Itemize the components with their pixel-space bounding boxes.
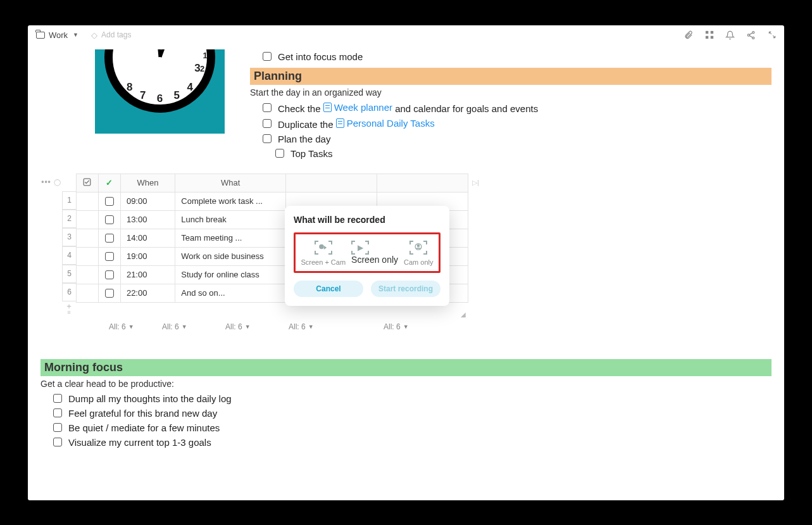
menu-dots-icon[interactable]: ••• [41,174,52,319]
checkbox[interactable] [105,270,114,279]
morning-subtitle: Get a clear head to be productive: [41,379,771,389]
col-header-when[interactable]: When [120,174,175,192]
page-icon [323,103,332,112]
cell-what[interactable]: Complete work task ... [175,192,286,210]
cell-when[interactable]: 22:00 [120,284,175,302]
breadcrumb[interactable]: Work [49,30,68,40]
cell-when[interactable]: 13:00 [120,210,175,229]
col-header-done[interactable]: ✓ [98,174,120,192]
page-link-personal-daily-tasks[interactable]: Personal Daily Tasks [336,118,435,129]
resize-handle-icon[interactable]: ◢ [461,311,467,317]
checkbox[interactable] [263,103,272,112]
page-icon [336,118,344,128]
clock-image: 4 5 6 7 8 3 2 1 [95,49,225,134]
svg-rect-2 [705,36,708,39]
table-summary-row: All: 6▼ All: 6▼ All: 6▼ All: 6▼ All: 6▼ [66,322,771,331]
col-header-what[interactable]: What [175,174,286,192]
screen-only-icon: ▶ [351,241,369,255]
task-text: Be quiet / mediate for a few minutes [68,422,220,433]
morning-focus-section: Morning focus Get a clear head to be pro… [41,359,771,450]
svg-rect-1 [710,31,713,34]
tag-icon[interactable]: ◇ [91,30,97,40]
planning-header: Planning [250,68,771,85]
row-number[interactable]: 2 [62,210,76,228]
task-text: Dump all my thoughts into the daily log [68,393,232,404]
chevron-down-icon[interactable]: ▼ [73,32,78,38]
cell-when[interactable]: 14:00 [120,229,175,247]
share-icon[interactable] [746,30,756,40]
grid-icon[interactable] [704,30,714,40]
summary-cell[interactable]: All: 6▼ [289,322,384,331]
check-icon: ✓ [106,178,113,187]
summary-cell[interactable]: All: 6▼ [225,322,289,331]
svg-point-10 [418,244,420,246]
recording-options: Screen + Cam ▶ Screen only Cam only [294,232,440,273]
cam-only-icon [409,241,427,255]
folder-icon [35,30,45,40]
checkbox[interactable] [105,215,114,224]
summary-cell[interactable]: All: 6▼ [109,322,162,331]
row-number[interactable]: 6 [62,283,76,301]
col-header-checklist[interactable] [77,174,99,192]
cell-what[interactable]: Work on side business [175,247,286,265]
check        box[interactable] [53,394,62,403]
cell-what[interactable]: Study for online class [175,265,286,284]
screen-cam-icon [315,241,332,255]
row-number[interactable]: 1 [62,191,76,210]
checkbox[interactable] [53,423,62,432]
app-window: Work ▼ ◇ Add tags 4 5 6 7 8 [28,25,784,500]
cell-when[interactable]: 21:00 [120,265,175,284]
checkbox[interactable] [105,289,114,298]
task-text: Check the Week planner and calendar for … [278,102,538,114]
option-cam-only[interactable]: Cam only [404,241,433,266]
svg-rect-0 [705,31,708,34]
attachment-icon[interactable] [684,30,693,40]
recording-modal: What will be recorded Screen + Cam ▶ Scr… [285,206,449,306]
task-text: Plan the day [278,134,330,144]
page-link-week-planner[interactable]: Week planner [323,102,392,113]
morning-header: Morning focus [41,359,771,376]
checkbox[interactable] [263,119,272,128]
expand-column-icon[interactable]: ▷| [468,174,479,319]
checkbox[interactable] [263,134,272,143]
add-tags-placeholder[interactable]: Add tags [101,30,131,39]
cancel-button[interactable]: Cancel [294,281,363,297]
svg-rect-3 [710,36,713,39]
checkbox[interactable] [105,252,114,261]
expand-icon[interactable] [767,30,777,40]
col-header-where[interactable] [286,174,377,192]
option-screen-only[interactable]: ▶ Screen only [351,241,398,266]
planning-subtitle: Start the day in an organized way [250,87,771,98]
svg-point-8 [319,244,324,249]
checkbox[interactable] [275,149,284,158]
cell-when[interactable]: 19:00 [120,247,175,265]
row-number[interactable]: 4 [62,246,76,265]
cell-what[interactable]: Team meeting ... [175,229,286,247]
task-text: Visualize my current top 1-3 goals [68,437,211,448]
row-number[interactable]: 5 [62,265,76,283]
checkbox[interactable] [105,197,114,206]
summary-cell[interactable]: All: 6▼ [162,322,225,331]
row-number[interactable]: 3 [62,228,76,246]
bell-icon[interactable] [725,30,735,40]
checkbox[interactable] [105,234,114,243]
checkbox[interactable] [53,408,62,417]
task-text: Get into focus mode [278,51,363,62]
modal-title: What will be recorded [294,215,440,225]
option-screen-cam[interactable]: Screen + Cam [301,241,346,266]
planning-section: Get into focus mode Planning Start the d… [250,49,771,161]
cell-what[interactable]: And so on... [175,284,286,302]
topbar: Work ▼ ◇ Add tags [28,25,784,46]
col-header-tag[interactable] [377,174,468,192]
cell-what[interactable]: Lunch break [175,210,286,229]
task-text: Duplicate the Personal Daily Tasks [278,118,435,130]
radio-header-icon[interactable]: ◯ [52,174,62,191]
start-recording-button[interactable]: Start recording [371,281,440,297]
summary-cell[interactable]: All: 6▼ [384,322,472,331]
cell-when[interactable]: 09:00 [120,192,175,210]
task-text: Feel grateful for this brand new day [68,408,217,419]
checkbox[interactable] [263,52,272,61]
drag-rows-icon[interactable]: ≡ [62,311,76,319]
row-numbers: 1 2 3 4 5 6 + ≡ [62,174,76,319]
checkbox[interactable] [53,438,62,446]
